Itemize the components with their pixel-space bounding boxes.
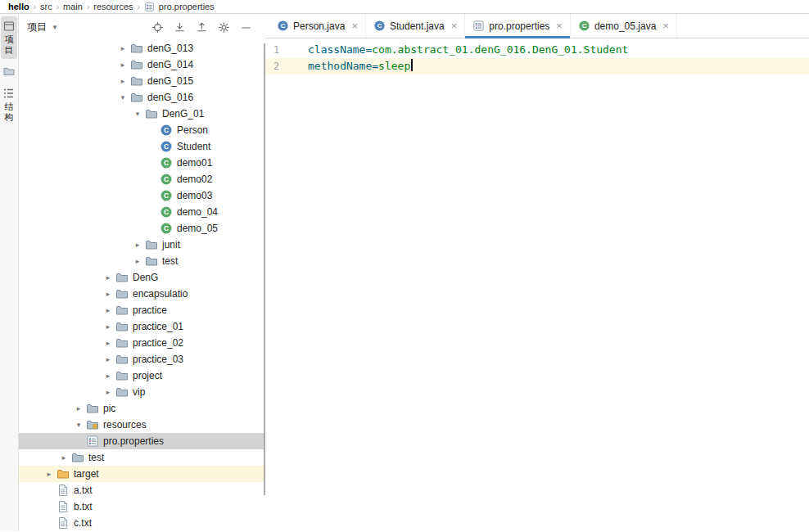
bookmarks-icon[interactable] [2,65,16,78]
chevron-collapsed-icon[interactable]: ▸ [115,61,130,69]
tree-item-demo_04[interactable]: Cdemo_04 [19,204,265,220]
chevron-collapsed-icon[interactable]: ▸ [101,372,115,380]
code-line-1[interactable]: 1className=com.abstract_01.denG_016.DenG… [265,42,809,58]
tree-item-project[interactable]: ▸project [19,367,265,384]
tree-item-vip[interactable]: ▸vip [19,384,265,400]
tree-item-demo03[interactable]: Cdemo03 [19,187,265,204]
chevron-collapsed-icon[interactable]: ▸ [130,257,145,265]
tree-item-label: junit [162,239,180,250]
tree-item-test[interactable]: ▸test [19,253,265,269]
folder-icon [145,255,158,268]
folder-icon [86,402,99,415]
tree-item-practice_03[interactable]: ▸practice_03 [19,351,265,367]
chevron-collapsed-icon[interactable]: ▸ [101,306,115,314]
tree-item-pic[interactable]: ▸pic [19,400,265,417]
tree-item-practice[interactable]: ▸practice [19,302,265,318]
tree-item-demo01[interactable]: Cdemo01 [19,155,265,171]
tree-item-pro.properties[interactable]: pro.properties [19,433,265,449]
tree-item-junit[interactable]: ▸junit [19,237,265,253]
breadcrumb-item-src[interactable]: src [40,2,52,11]
breadcrumb-item-resources[interactable]: resources [93,2,133,11]
hide-panel-icon[interactable] [240,21,252,34]
tree-item-practice_01[interactable]: ▸practice_01 [19,318,265,335]
tree-scrollbar[interactable] [264,43,265,495]
close-tab-icon[interactable]: × [351,20,358,31]
breadcrumb-item-pro.properties[interactable]: pro.properties [159,2,215,11]
folder-icon [145,107,158,120]
tree-item-c.txt[interactable]: c.txt [19,515,265,531]
structure-tool-icon [2,87,16,100]
code-area[interactable]: 1className=com.abstract_01.denG_016.DenG… [265,38,809,531]
chevron-collapsed-icon[interactable]: ▸ [101,388,115,396]
folder-icon [115,304,129,317]
chevron-collapsed-icon[interactable]: ▸ [71,404,86,413]
chevron-collapsed-icon[interactable]: ▸ [101,355,115,363]
tree-item-test[interactable]: ▸test [19,449,265,466]
folder-resources-icon [86,418,99,431]
chevron-collapsed-icon[interactable]: ▸ [115,44,130,52]
tree-item-label: denG_016 [147,92,193,103]
project-panel-header: 项目 ▼ [19,14,265,40]
editor-tab-bar: CPerson.java×CStudent.java×pro.propertie… [265,14,809,38]
tree-item-resources[interactable]: ▾resources [19,417,265,433]
chevron-collapsed-icon[interactable]: ▸ [101,273,115,282]
chevron-expanded-icon[interactable]: ▾ [71,421,86,429]
breadcrumb-separator: › [138,2,140,11]
tree-item-DenG[interactable]: ▸DenG [19,269,265,286]
folder-icon [115,320,129,333]
tree-item-Student[interactable]: CStudent [19,138,265,155]
tool-window-button-project[interactable]: 项目 [1,16,17,59]
tree-item-denG_014[interactable]: ▸denG_014 [19,56,265,73]
breadcrumb-item-main[interactable]: main [63,2,83,11]
structure-tool-label: 结构 [5,101,14,123]
chevron-collapsed-icon[interactable]: ▸ [101,290,115,298]
settings-gear-icon[interactable] [218,21,230,34]
tree-item-denG_013[interactable]: ▸denG_013 [19,40,265,56]
tree-item-demo02[interactable]: Cdemo02 [19,171,265,187]
editor-tab-Student.java[interactable]: CStudent.java× [366,14,465,38]
tree-item-target[interactable]: ▸target [19,466,265,482]
chevron-collapsed-icon[interactable]: ▸ [101,339,115,347]
project-panel: 项目 ▼ ▸denG_013▸denG_014▸denG_015▾denG_01… [19,14,265,531]
tree-item-label: Student [177,141,210,152]
svg-text:C: C [164,142,169,151]
tree-item-Person[interactable]: CPerson [19,122,265,138]
chevron-expanded-icon[interactable]: ▾ [115,93,130,101]
locate-file-icon[interactable] [151,21,164,34]
tree-item-label: b.txt [74,501,93,512]
tree-item-DenG_01[interactable]: ▾DenG_01 [19,106,265,122]
collapse-all-icon[interactable] [196,21,208,34]
tree-item-a.txt[interactable]: a.txt [19,482,265,498]
tree-item-practice_02[interactable]: ▸practice_02 [19,335,265,351]
tab-label: Person.java [293,20,345,32]
tree-item-label: a.txt [74,485,93,496]
tree-item-demo_05[interactable]: Cdemo_05 [19,220,265,237]
project-panel-title[interactable]: 项目 [27,20,47,34]
editor-tab-demo_05.java[interactable]: Cdemo_05.java× [571,14,677,38]
close-tab-icon[interactable]: × [451,20,458,31]
chevron-down-icon[interactable]: ▼ [52,24,58,31]
code-line-2[interactable]: 2methodName=sleep [265,58,809,74]
tree-item-denG_015[interactable]: ▸denG_015 [19,73,265,89]
expand-all-icon[interactable] [174,21,186,34]
editor-tab-pro.properties[interactable]: pro.properties× [465,14,571,38]
line-number: 2 [265,58,308,74]
chevron-collapsed-icon[interactable]: ▸ [101,322,115,331]
folder-icon [115,385,129,399]
chevron-collapsed-icon[interactable]: ▸ [130,241,145,249]
tool-window-button-structure[interactable]: 结构 [1,83,17,126]
chevron-collapsed-icon[interactable]: ▸ [115,77,130,85]
chevron-collapsed-icon[interactable]: ▸ [56,453,71,462]
close-tab-icon[interactable]: × [556,20,563,31]
editor-tab-Person.java[interactable]: CPerson.java× [269,14,366,38]
tree-item-b.txt[interactable]: b.txt [19,498,265,515]
chevron-expanded-icon[interactable]: ▾ [130,110,145,118]
tree-item-encapsulatio[interactable]: ▸encapsulatio [19,286,265,302]
tree-item-denG_016[interactable]: ▾denG_016 [19,89,265,106]
chevron-collapsed-icon[interactable]: ▸ [42,470,56,478]
close-tab-icon[interactable]: × [662,20,669,31]
breadcrumb-item-hello[interactable]: hello [8,2,29,11]
svg-text:C: C [377,22,382,29]
tree-item-label: pro.properties [103,435,164,447]
breadcrumb-separator: › [87,2,89,11]
